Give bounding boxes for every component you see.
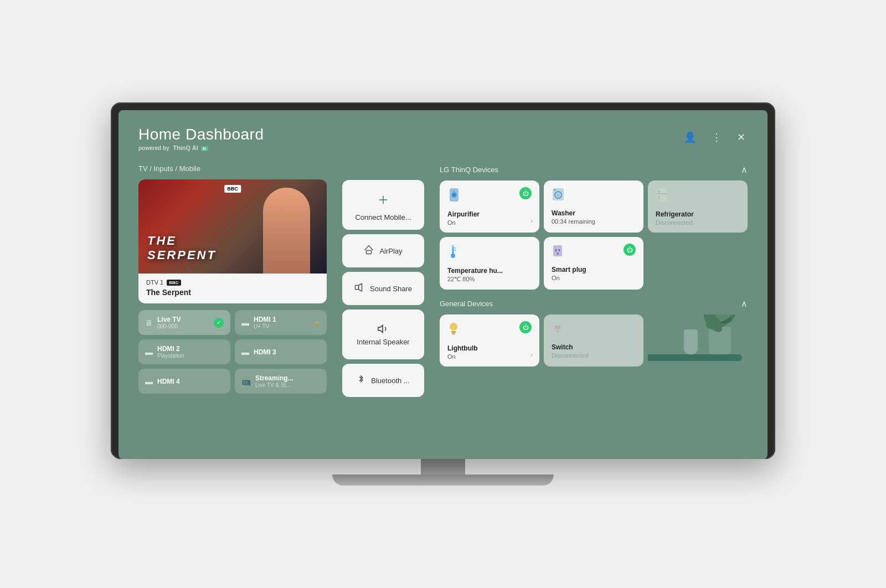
device-card-washer[interactable]: Washer 00:34 remaining [544,180,643,233]
svg-point-25 [450,323,457,331]
device-card-lightbulb[interactable]: ⏻ Lightbulb On › [440,314,539,367]
live-tv-label: Live TV [157,316,181,323]
svg-rect-18 [452,247,454,254]
device-card-switch[interactable]: Switch Disconnected [544,314,643,367]
live-tv-icon: 🖥 [145,318,153,327]
lightbulb-header: ⏻ [447,321,532,340]
airplay-label: AirPlay [379,247,402,255]
svg-rect-29 [555,326,560,329]
general-section-header: General Devices ∧ [440,298,748,309]
thinq-devices-section: LG ThinQ Devices ∧ [440,164,748,290]
svg-rect-0 [367,250,372,254]
lightbulb-power-button[interactable]: ⏻ [519,321,532,333]
profile-button[interactable]: 👤 [682,129,698,146]
washer-icon [552,187,565,205]
connect-mobile-label: Connect Mobile... [355,213,411,221]
svg-point-10 [557,193,560,197]
bbc-logo: BBC [224,185,241,193]
tv-stand-neck [421,459,465,476]
switch-icon [552,321,564,339]
connect-mobile-card[interactable]: ＋ Connect Mobile... [342,180,424,230]
hdmi1-label: HDMI 1 [254,316,276,323]
smartplug-power-button[interactable]: ⏻ [624,244,636,256]
sound-share-icon [354,282,364,295]
switch-status: Disconnected [552,352,636,359]
refrigerator-header [656,187,740,206]
svg-rect-12 [657,188,667,202]
svg-rect-1 [356,285,359,290]
general-device-grid: ⏻ Lightbulb On › [440,314,748,367]
refrigerator-icon [656,187,668,206]
show-title-art: THESERPENT [147,234,217,262]
tv-preview-card[interactable]: BBC THESERPENT DTV 1 BBC [138,179,327,303]
washer-header [552,187,636,205]
internal-speaker-card[interactable]: Internal Speaker [342,310,424,359]
tv-screen: Home Dashboard powered by ThinQ AI AI 👤 … [119,110,767,459]
channel-badge: BBC [167,280,181,286]
sound-share-label: Sound Share [370,285,412,293]
bluetooth-icon [357,374,365,387]
device-card-refrigerator[interactable]: Refrigerator Disconnected [648,180,748,233]
streaming-icon: 📺 [241,377,251,386]
plant-decoration [653,314,748,367]
input-hdmi4[interactable]: ▬ HDMI 4 [138,369,230,394]
airpurifier-chevron-icon: › [530,217,533,225]
internal-speaker-label: Internal Speaker [357,338,409,346]
input-streaming[interactable]: 📺 Streaming... Live TV & St... [235,369,327,394]
close-button[interactable]: ✕ [735,129,748,146]
washer-name: Washer [552,209,636,217]
thinq-section-header: LG ThinQ Devices ∧ [440,164,748,175]
input-hdmi2[interactable]: ▬ HDMI 2 Playstation [138,339,230,364]
active-check-badge: ✓ [214,318,224,328]
airpurifier-name: Airpurifier [447,210,532,218]
live-tv-sublabel: 000-000 [157,323,181,329]
header: Home Dashboard powered by ThinQ AI AI 👤 … [138,126,748,151]
airplay-card[interactable]: AirPlay [342,234,424,267]
show-name: The Serpent [146,288,319,297]
lock-badge: 🔒 [313,319,320,326]
airpurifier-power-button[interactable]: ⏻ [519,187,532,199]
smartplug-name: Smart plug [552,266,636,274]
lightbulb-status: On [447,353,532,360]
channel-info: DTV 1 BBC [146,279,319,286]
temperature-status: 22℃ 80% [447,276,532,283]
general-collapse-button[interactable]: ∧ [741,298,748,309]
temperature-name: Temperature hu... [447,267,532,275]
airplay-icon [364,245,374,257]
svg-point-11 [554,189,556,191]
svg-point-24 [557,252,559,255]
input-hdmi3[interactable]: ▬ HDMI 3 [235,339,327,364]
header-subtitle: powered by ThinQ AI AI [138,145,264,151]
subtitle-brand: ThinQ AI [173,145,198,151]
svg-point-6 [453,194,455,196]
left-panel: TV / Inputs / Mobile BBC [138,164,327,397]
thinq-collapse-button[interactable]: ∧ [741,164,748,175]
connect-mobile-icon: ＋ [375,189,391,210]
svg-marker-3 [378,326,383,333]
lightbulb-name: Lightbulb [447,344,532,352]
hdmi1-icon: ▬ [241,318,249,327]
hdmi4-icon: ▬ [145,377,153,386]
hdmi3-label: HDMI 3 [254,348,276,356]
airpurifier-header: ⏻ [447,187,532,206]
svg-marker-2 [359,283,362,291]
hdmi1-sublabel: U+ TV [254,323,276,329]
svg-point-17 [451,254,455,258]
tv-stand-base [332,474,554,486]
input-hdmi1[interactable]: ▬ HDMI 1 U+ TV 🔒 [235,310,327,335]
header-icons: 👤 ⋮ ✕ [682,129,748,146]
more-menu-button[interactable]: ⋮ [709,129,724,146]
bluetooth-card[interactable]: Bluetooth ... [342,364,424,397]
device-card-temperature[interactable]: Temperature hu... 22℃ 80% [440,237,539,290]
device-card-smartplug[interactable]: ⏻ Smart plug On [544,237,643,290]
hdmi4-label: HDMI 4 [157,378,180,385]
general-devices-section: General Devices ∧ [440,298,748,367]
streaming-label: Streaming... [255,374,293,382]
sound-share-card[interactable]: Sound Share [342,272,424,305]
channel-name: DTV 1 [146,279,163,286]
streaming-sublabel: Live TV & St... [255,382,293,388]
refrigerator-status: Disconnected [656,219,740,226]
subtitle-prefix: powered by [138,145,169,151]
device-card-airpurifier[interactable]: ⏻ Airpurifier On › [440,180,539,233]
input-live-tv[interactable]: 🖥 Live TV 000-000 ✓ [138,310,230,335]
